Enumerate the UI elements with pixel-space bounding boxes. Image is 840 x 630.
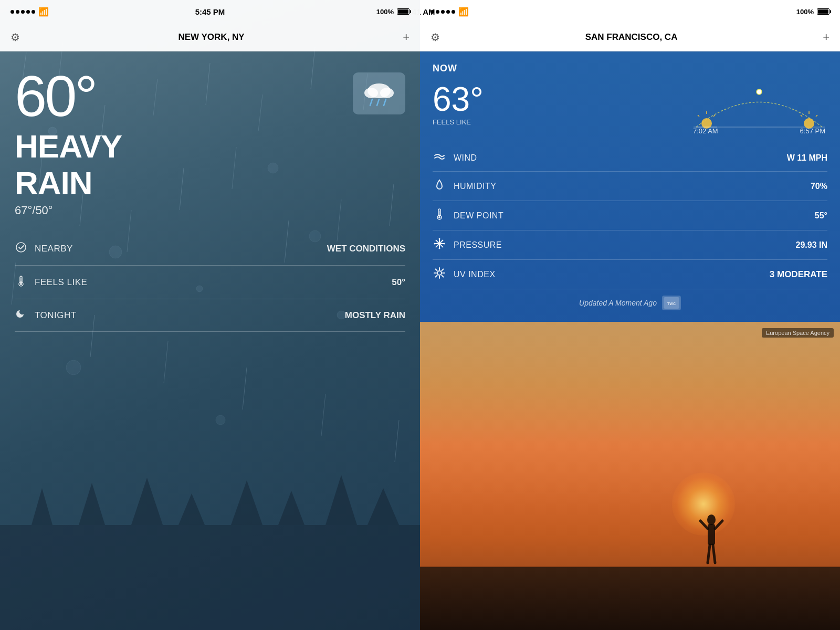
svg-line-81 [436,276,437,277]
thermometer-icon-left [15,275,27,289]
uv-index-row[interactable]: UV INDEX 3 MODERATE [433,260,827,289]
sun-times: 7:02 AM 6:57 PM [691,127,827,135]
signal-dots [10,10,35,14]
pressure-icon [433,238,446,252]
svg-point-40 [364,88,378,98]
status-bar-signals: 📶 [10,7,49,17]
now-top-row: 63° FEELS LIKE [433,82,827,135]
svg-line-87 [715,521,722,529]
right-header: ⚙ SAN FRANCISCO, CA + [420,23,840,51]
svg-point-73 [437,271,442,275]
rdot-4 [446,10,450,14]
now-label: NOW [433,63,827,74]
nearby-row[interactable]: NEARBY WET CONDITIONS [15,232,405,266]
left-city-name: NEW YORK, NY [178,32,244,43]
dot-3 [21,10,25,14]
weather-top-row: 60° [15,67,405,125]
svg-point-70 [439,248,440,249]
svg-point-71 [434,243,436,245]
sunset-time: 6:57 PM [800,127,825,135]
right-battery-fill [818,9,828,14]
svg-line-42 [370,99,372,106]
humidity-value: 70% [811,182,827,191]
wifi-icon: 📶 [38,7,49,17]
uv-index-label: UV INDEX [454,270,496,279]
pressure-row[interactable]: PRESSURE 29.93 IN [433,230,827,260]
status-bar-left: 📶 5:45 PM 100% [0,0,420,23]
humidity-row[interactable]: HUMIDITY 70% [433,172,827,201]
dew-point-row[interactable]: DEW POINT 55° [433,201,827,230]
feels-like-value-left: 50° [392,277,405,288]
tonight-value: MOSTLY RAIN [345,310,405,321]
dot-4 [26,10,30,14]
svg-line-88 [708,545,710,563]
esa-badge: European Space Agency [762,328,834,338]
status-bar-right: 📶 9:41 AM 100% [420,0,840,23]
svg-line-55 [698,115,699,117]
rdot-2 [436,10,439,14]
sf-temp-container: 63° FEELS LIKE [433,82,484,126]
pressure-label: PRESSURE [454,240,502,250]
right-signals: 📶 [430,7,469,17]
uv-index-row-left: UV INDEX [433,267,496,281]
wind-row-left: WIND [433,152,477,164]
right-battery-icon [817,8,830,15]
add-location-icon-right[interactable]: + [823,30,830,44]
sun-arc-container: 7:02 AM 6:57 PM [691,82,827,135]
dot-5 [32,10,35,14]
svg-point-41 [380,88,394,98]
svg-line-54 [713,115,715,117]
ground [420,567,840,630]
wind-value: W 11 MPH [787,153,827,163]
photo-bottom: European Space Agency [420,322,840,630]
battery-area: 100% [376,8,410,16]
settings-icon-left[interactable]: ⚙ [10,31,20,44]
settings-icon-right[interactable]: ⚙ [430,31,440,44]
battery-percent: 100% [376,8,394,16]
svg-line-59 [816,115,817,117]
svg-rect-63 [439,211,440,215]
condition-line-1: HEAVY [15,130,405,163]
feels-like-row-left: FEELS LIKE [15,275,87,289]
svg-line-86 [700,521,708,529]
dew-point-label: DEW POINT [454,211,503,220]
weather-channel-logo: TWC [662,296,681,310]
humidity-icon [433,179,446,193]
svg-point-69 [439,238,440,240]
nearby-icon [15,242,27,256]
main-temperature: 60° [15,67,96,125]
svg-point-72 [444,243,445,245]
add-location-icon-left[interactable]: + [403,30,410,44]
humidity-row-left: HUMIDITY [433,179,496,193]
updated-row: Updated A Moment Ago TWC [433,289,827,313]
right-battery-percent: 100% [796,8,814,16]
tonight-row[interactable]: TONIGHT MOSTLY RAIN [15,299,405,332]
wind-icon [433,152,446,164]
uv-index-value: 3 MODERATE [770,269,827,280]
feels-like-row[interactable]: FEELS LIKE 50° [15,266,405,299]
svg-line-80 [442,269,444,271]
rdot-5 [452,10,455,14]
svg-line-44 [384,99,386,106]
right-wifi-icon: 📶 [458,7,469,17]
dew-point-value: 55° [815,211,827,220]
tonight-label: TONIGHT [35,310,77,321]
svg-point-64 [438,216,440,218]
nearby-label: NEARBY [35,244,73,254]
left-header: ⚙ NEW YORK, NY + [0,23,420,51]
updated-text: Updated A Moment Ago [579,299,657,307]
left-time: 5:45 PM [195,7,225,16]
nearby-row-left: NEARBY [15,242,73,256]
right-panel: 📶 9:41 AM 100% ⚙ SAN FRANCISCO, CA + NOW… [420,0,840,630]
left-panel: 📶 5:45 PM 100% ⚙ NEW YORK, NY + 60° [0,0,420,630]
sf-temperature: 63° [433,82,484,116]
weather-icon-box [353,72,405,114]
dew-point-icon [433,208,446,223]
wind-row[interactable]: WIND W 11 MPH [433,144,827,172]
svg-line-78 [436,269,437,271]
dot-2 [16,10,19,14]
sunrise-time: 7:02 AM [693,127,718,135]
uv-icon [433,267,446,281]
pressure-value: 29.93 IN [796,240,827,250]
svg-point-49 [20,283,22,285]
